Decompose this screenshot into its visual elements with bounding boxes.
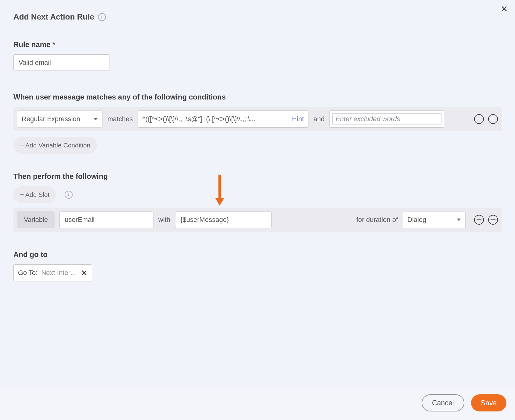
add-next-action-rule-modal: ✕ Add Next Action Rule i Rule name * Whe… [0,0,515,420]
remove-action-button[interactable] [474,215,484,225]
modal-title: Add Next Action Rule [13,12,94,22]
add-action-button[interactable] [488,215,498,225]
save-button[interactable]: Save [471,394,506,411]
add-variable-condition-button[interactable]: + Add Variable Condition [13,137,97,154]
add-slot-row: + Add Slot i [13,186,502,203]
rule-name-label: Rule name * [13,40,502,49]
goto-prefix: Go To: [18,269,38,277]
condition-row: Regular Expression matches ^(([^<>()\[\]… [13,107,502,131]
chevron-down-icon [457,219,461,221]
goto-heading: And go to [13,250,502,259]
actions-section: Then perform the following + Add Slot i … [13,172,502,232]
modal-footer: Cancel Save [0,387,515,420]
add-slot-button[interactable]: + Add Slot [13,186,56,203]
hint-link[interactable]: Hint [292,115,304,123]
variable-name-input[interactable] [59,212,153,228]
with-text: with [158,216,170,224]
cancel-button[interactable]: Cancel [422,394,464,411]
duration-text: for duration of [356,216,398,224]
action-row-controls [474,215,498,225]
action-row: Variable with for duration of Dialog [13,208,502,232]
goto-clear-icon[interactable]: ✕ [81,268,88,278]
info-icon[interactable]: i [65,191,73,199]
duration-select[interactable]: Dialog [403,211,466,228]
conditions-section: When user message matches any of the fol… [13,93,502,154]
rule-name-input[interactable] [13,54,110,71]
add-condition-button[interactable] [488,114,498,124]
goto-section: And go to Go To: Next Inter… ✕ [13,250,502,281]
modal-content: Add Next Action Rule i Rule name * When … [0,0,515,281]
condition-row-controls [474,114,498,124]
chevron-down-icon [94,118,98,120]
excluded-words-wrap [330,110,444,128]
rule-name-section: Rule name * [13,40,502,71]
condition-type-value: Regular Expression [22,115,80,123]
actions-heading: Then perform the following [13,172,502,181]
regex-value: ^(([^<>()\[\]\\.,;:\s@"]+(\.[^<>()\[\]\\… [142,115,289,123]
matches-text: matches [107,115,133,123]
variable-chip: Variable [17,211,55,228]
variable-value-input[interactable] [175,212,272,228]
goto-value: Next Inter… [41,269,77,277]
regex-input[interactable]: ^(([^<>()\[\]\\.,;:\s@"]+(\.[^<>()\[\]\\… [138,110,308,128]
duration-value: Dialog [407,216,426,224]
goto-select[interactable]: Go To: Next Inter… ✕ [13,264,92,281]
and-text: and [313,115,325,123]
info-icon[interactable]: i [98,13,106,21]
remove-condition-button[interactable] [474,114,484,124]
conditions-heading: When user message matches any of the fol… [13,93,502,101]
close-icon[interactable]: ✕ [501,5,508,13]
modal-header: Add Next Action Rule i [13,12,502,26]
excluded-words-input[interactable] [332,113,441,125]
variable-chip-label: Variable [24,216,48,224]
condition-type-select[interactable]: Regular Expression [17,110,103,128]
